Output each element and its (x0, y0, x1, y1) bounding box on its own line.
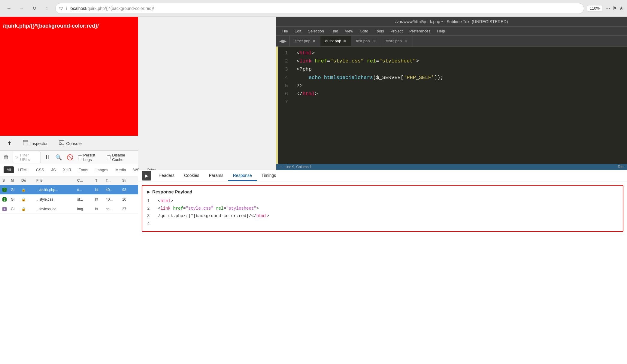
row3-domain: 🔒 (21, 207, 36, 211)
sublime-status-right: Tab (618, 165, 623, 169)
forward-button[interactable]: → (16, 3, 27, 14)
code-area[interactable]: 1 2 3 4 5 6 7 <html> <link href="style.c… (276, 47, 627, 164)
tab-strict-php-dot (313, 40, 315, 42)
menu-goto[interactable]: Goto (357, 28, 371, 34)
disable-cache-label[interactable]: Disable Cache (107, 153, 135, 162)
row1-status: 2 (2, 188, 11, 192)
inspector-button[interactable]: Inspector (20, 138, 50, 148)
tab-quirk-php[interactable]: quirk.php (320, 36, 351, 46)
code-line-2: <link href="style.css" rel="stylesheet"> (293, 57, 627, 65)
persist-logs-checkbox[interactable] (78, 155, 82, 159)
resp-tab-params[interactable]: Params (204, 171, 228, 181)
row3-type: ht (95, 207, 106, 211)
menu-edit[interactable]: Edit (292, 28, 304, 34)
disable-cache-checkbox[interactable] (107, 155, 111, 159)
more-options-icon[interactable]: ⋯ (605, 5, 610, 11)
reload-button[interactable]: ↻ (29, 3, 40, 14)
back-button[interactable]: ← (4, 3, 14, 14)
menu-file[interactable]: File (279, 28, 291, 34)
row3-method: GI (11, 207, 21, 211)
console-button[interactable]: Console (56, 138, 84, 148)
row2-status: 2 (2, 197, 11, 202)
filter-input-container[interactable]: ▽ Filter URLs (13, 152, 41, 163)
filter-tab-xhr[interactable]: XHR (60, 166, 74, 173)
tab-test2-php[interactable]: test2.php ✕ (381, 36, 413, 46)
resp-tab-response[interactable]: Response (228, 171, 257, 181)
payload-line-1: 1 <html> (147, 197, 618, 205)
network-row-2[interactable]: 2 GI 🔒 .. style.css st... ht 40... 10 (0, 195, 138, 204)
filter-tab-images[interactable]: Images (92, 166, 111, 173)
address-host: localhost (70, 6, 86, 11)
resp-tab-timings[interactable]: Timings (257, 171, 281, 181)
pause-button[interactable]: ⏸ (44, 154, 50, 161)
row2-content: st... (77, 197, 95, 202)
payload-line-2: 2 <link href="style.css" rel="stylesheet… (147, 205, 618, 212)
payload-linenum-4: 4 (147, 220, 153, 228)
clear-button[interactable]: 🗑 (4, 154, 9, 160)
page-url-display: /quirk.php/{}*{background-color:red}/ (3, 23, 99, 29)
menu-help[interactable]: Help (434, 28, 448, 34)
persist-logs-text: Persist Logs (83, 153, 102, 162)
row1-type: ht (95, 188, 106, 192)
row3-status: 4 (2, 207, 11, 211)
code-line-3: <?php (293, 65, 627, 73)
bookmark-icon[interactable]: ★ (619, 5, 623, 11)
inspector-tool[interactable]: ⬆ (5, 139, 14, 148)
disable-cache-text: Disable Cache (112, 153, 135, 162)
search-button[interactable]: 🔍 (55, 154, 62, 161)
filter-tab-media[interactable]: Media (112, 166, 129, 173)
tab-quirk-php-label: quirk.php (325, 39, 341, 43)
main-area: /quirk.php/{}*{background-color:red}/ ⬆ … (0, 17, 627, 364)
tab-test-php[interactable]: test.php ✕ (351, 36, 381, 46)
code-line-1: <html> (293, 49, 627, 57)
block-button[interactable]: 🚫 (67, 154, 73, 161)
resp-tab-headers[interactable]: Headers (154, 171, 179, 181)
tab-strict-php[interactable]: strict.php (290, 36, 320, 46)
filter-tab-html[interactable]: HTML (15, 166, 32, 173)
home-button[interactable]: ⌂ (41, 3, 52, 14)
filter-tabs: All HTML CSS JS XHR Fonts Images Media W… (0, 164, 138, 176)
browser-page: /quirk.php/{}*{background-color:red}/ ⬆ … (0, 17, 138, 364)
menu-tools[interactable]: Tools (372, 28, 387, 34)
tab-test-php-label: test.php (356, 39, 370, 43)
payload-code-1: <html> (158, 197, 173, 205)
row3-time: ca... (106, 207, 122, 211)
row1-file: .. /quirk.php... (36, 188, 77, 192)
code-line-6: </html> (293, 90, 627, 98)
menu-find[interactable]: Find (328, 28, 341, 34)
menu-view[interactable]: View (342, 28, 356, 34)
menu-selection[interactable]: Selection (305, 28, 327, 34)
menu-preferences[interactable]: Preferences (406, 28, 433, 34)
network-controls-right: ⏸ 🔍 🚫 Persist Logs Disable Cache (44, 153, 135, 162)
sublime-cursor-pos: Line 9, Column 1 (284, 165, 312, 169)
menu-project[interactable]: Project (388, 28, 406, 34)
bookmark-list-icon[interactable]: ⚑ (613, 5, 617, 11)
tab-test-php-close[interactable]: ✕ (373, 39, 376, 43)
filter-tab-all[interactable]: All (4, 166, 14, 173)
row1-content: d... (77, 188, 95, 192)
code-content[interactable]: <html> <link href="style.css" rel="style… (293, 47, 627, 164)
payload-code-2: <link href="style.css" rel="stylesheet"> (158, 205, 259, 212)
tab-nav-prev[interactable]: ◀▶ (276, 36, 290, 46)
play-button[interactable]: ▶ (142, 171, 151, 180)
svg-rect-0 (23, 140, 28, 145)
filter-tab-css[interactable]: CSS (33, 166, 47, 173)
row2-file: .. style.css (36, 197, 77, 202)
network-row-3[interactable]: 4 GI 🔒 .. favicon.ico img ht ca... 27 (0, 204, 138, 214)
tab-test2-php-close[interactable]: ✕ (405, 39, 408, 43)
console-icon (59, 140, 65, 147)
filter-tab-fonts[interactable]: Fonts (75, 166, 91, 173)
payload-triangle-icon[interactable]: ▶ (147, 190, 150, 194)
persist-logs-label[interactable]: Persist Logs (78, 153, 102, 162)
payload-header: ▶ Response Payload (147, 189, 618, 194)
row3-file: .. favicon.ico (36, 207, 77, 211)
col-header-tt: T... (106, 178, 122, 183)
filter-tab-js[interactable]: JS (48, 166, 59, 173)
resp-tab-cookies[interactable]: Cookies (179, 171, 204, 181)
payload-linenum-2: 2 (147, 205, 153, 212)
network-row-1[interactable]: 2 GI 🔒 .. /quirk.php... d... ht 40... 93 (0, 185, 138, 195)
sublime-editor: /var/www/html/quirk.php • - Sublime Text… (276, 17, 627, 170)
payload-line-3: 3 /quirk.php/{}*{background-color:red}/<… (147, 212, 618, 220)
address-bar[interactable]: 🛡 ℹ localhost/quirk.php/{}*{background-c… (55, 3, 584, 14)
zoom-level: 110% (587, 5, 602, 11)
